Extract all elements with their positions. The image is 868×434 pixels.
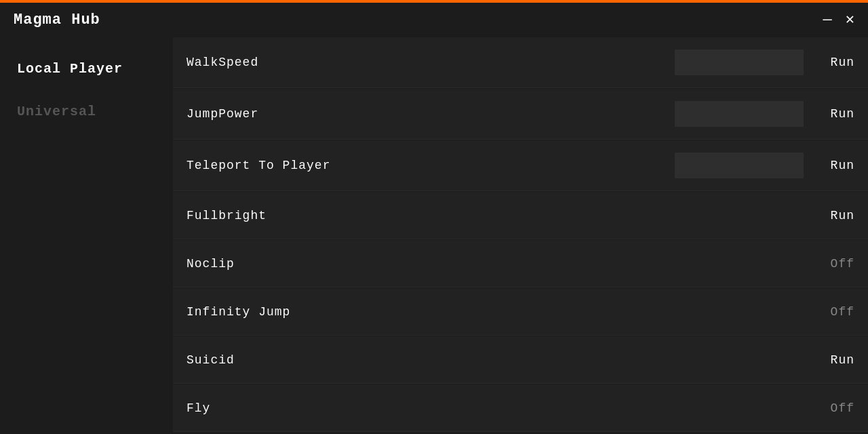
feature-name: Suicid: [186, 353, 814, 367]
close-button[interactable]: ✕: [846, 13, 854, 28]
feature-row: WalkSpeedRun: [173, 37, 868, 88]
feature-action-button[interactable]: Run: [814, 107, 854, 121]
feature-action-button[interactable]: Run: [814, 159, 854, 172]
sidebar-item-local-player[interactable]: Local Player: [7, 51, 166, 87]
feature-input[interactable]: [675, 101, 804, 127]
app-title: Magma Hub: [14, 12, 100, 28]
minimize-button[interactable]: —: [823, 13, 832, 28]
sidebar-item-universal[interactable]: Universal: [7, 94, 166, 130]
sidebar: Local Player Universal: [0, 37, 173, 434]
feature-action-button[interactable]: Off: [814, 305, 854, 319]
feature-row: FullbrightRun: [173, 192, 868, 239]
feature-name: Fly: [186, 401, 814, 415]
main-panel: WalkSpeedRunJumpPowerRunTeleport To Play…: [173, 37, 868, 434]
feature-action-button[interactable]: Off: [814, 401, 854, 415]
feature-row: NoclipOff: [173, 240, 868, 288]
feature-name: JumpPower: [186, 107, 675, 121]
feature-name: Noclip: [186, 257, 814, 271]
feature-input[interactable]: [675, 153, 804, 178]
feature-action-button[interactable]: Run: [814, 56, 854, 69]
feature-action-button[interactable]: Run: [814, 353, 854, 367]
title-bar: Magma Hub — ✕: [0, 0, 868, 37]
feature-action-button[interactable]: Off: [814, 257, 854, 271]
feature-name: Fullbright: [186, 209, 814, 222]
title-controls: — ✕: [823, 13, 854, 28]
window: Magma Hub — ✕ Local Player Universal Wal…: [0, 0, 868, 434]
feature-name: WalkSpeed: [186, 56, 675, 69]
feature-action-button[interactable]: Run: [814, 209, 854, 222]
feature-row: SuicidRun: [173, 336, 868, 384]
feature-row: FlyOff: [173, 384, 868, 432]
feature-name: Teleport To Player: [186, 159, 675, 172]
feature-name: Infinity Jump: [186, 305, 814, 319]
feature-row: Teleport To PlayerRun: [173, 140, 868, 191]
content-area: Local Player Universal WalkSpeedRunJumpP…: [0, 37, 868, 434]
feature-row: JumpPowerRun: [173, 89, 868, 140]
feature-input[interactable]: [675, 50, 804, 75]
feature-row: Infinity JumpOff: [173, 288, 868, 336]
